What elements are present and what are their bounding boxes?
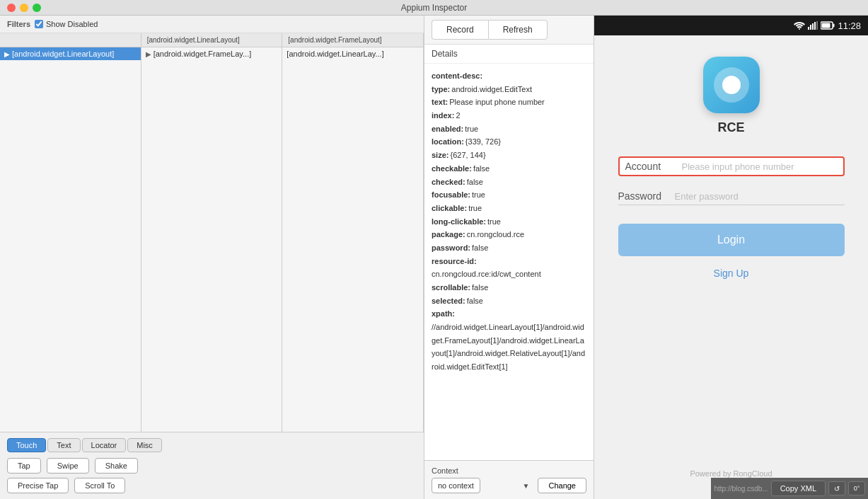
scroll-to-button[interactable]: Scroll To bbox=[74, 478, 125, 493]
svg-rect-2 bbox=[810, 25, 811, 30]
app-title: Appium Inspector bbox=[401, 3, 467, 13]
window-controls bbox=[7, 4, 41, 12]
detail-row-selected: selected: false bbox=[432, 294, 586, 308]
phone-panel: 11:28 RCE Account Please input phone num… bbox=[594, 16, 868, 499]
status-time: 11:28 bbox=[838, 21, 861, 31]
filters-label: Filters bbox=[7, 20, 30, 28]
show-disabled-checkbox[interactable] bbox=[35, 20, 43, 28]
tree-content: ▶ [android.widget.LinearLayout] ▶ [andro… bbox=[0, 47, 424, 432]
shake-button[interactable]: Shake bbox=[95, 458, 138, 474]
detail-value: cn.rongcloud.rce bbox=[467, 228, 524, 241]
tree-item[interactable]: [android.widget.LinearLay...] bbox=[282, 47, 423, 60]
action-panel: Touch Text Locator Misc Tap Swipe Shake … bbox=[0, 432, 424, 499]
detail-key: focusable: bbox=[432, 188, 470, 202]
svg-rect-4 bbox=[814, 22, 816, 30]
tap-button[interactable]: Tap bbox=[7, 458, 41, 474]
filters-bar: Filters Show Disabled bbox=[0, 16, 424, 33]
detail-key: type: bbox=[432, 83, 450, 96]
login-button[interactable]: Login bbox=[618, 224, 845, 256]
detail-row-package: package: cn.rongcloud.rce bbox=[432, 228, 586, 241]
action-buttons-row1: Tap Swipe Shake bbox=[7, 458, 417, 474]
detail-row-password: password: false bbox=[432, 241, 586, 255]
show-disabled-label: Show Disabled bbox=[46, 20, 98, 28]
detail-key: package: bbox=[432, 228, 465, 241]
copy-xml-button[interactable]: Copy XML bbox=[771, 481, 826, 496]
detail-value: true bbox=[487, 215, 501, 229]
tree-column-2: ▶ [android.widget.FrameLay...] bbox=[141, 47, 283, 432]
detail-key: enabled: bbox=[432, 122, 463, 136]
svg-rect-1 bbox=[808, 27, 809, 30]
show-disabled-wrapper: Show Disabled bbox=[35, 20, 98, 28]
detail-row-location: location: {339, 726} bbox=[432, 135, 586, 149]
tab-misc[interactable]: Misc bbox=[127, 438, 162, 452]
record-button[interactable]: Record bbox=[432, 20, 488, 40]
detail-value: Please input phone number bbox=[449, 96, 545, 109]
detail-key: location: bbox=[432, 135, 464, 149]
detail-value: //android.widget.LinearLayout[1]/android… bbox=[432, 321, 586, 374]
minimize-button[interactable] bbox=[20, 4, 28, 12]
swipe-button[interactable]: Swipe bbox=[47, 458, 89, 474]
detail-value: false bbox=[472, 281, 488, 294]
detail-key: text: bbox=[432, 96, 448, 109]
password-label: Password bbox=[618, 190, 675, 202]
details-header: Details bbox=[424, 45, 594, 64]
app-icon-inner bbox=[714, 67, 749, 103]
detail-value: false bbox=[473, 162, 490, 176]
detail-key: long-clickable: bbox=[432, 215, 486, 229]
detail-value: {627, 144} bbox=[450, 149, 485, 162]
detail-key: size: bbox=[432, 149, 449, 162]
detail-row-focusable: focusable: true bbox=[432, 188, 586, 202]
status-icons: 11:28 bbox=[794, 21, 861, 31]
detail-key: content-desc: bbox=[432, 69, 482, 83]
context-select[interactable]: no context bbox=[432, 478, 480, 493]
tree-column-1: ▶ [android.widget.LinearLayout] bbox=[0, 47, 141, 432]
phone-statusbar: 11:28 bbox=[594, 16, 868, 35]
screenshot-icon-button[interactable]: 0° bbox=[848, 481, 865, 495]
tree-col-header-2: [android.widget.FrameLayout] bbox=[282, 33, 424, 47]
maximize-button[interactable] bbox=[33, 4, 41, 12]
tree-column-3: [android.widget.LinearLay...] bbox=[282, 47, 424, 432]
refresh-icon-button[interactable]: ↺ bbox=[828, 481, 845, 495]
app-icon-dot bbox=[722, 76, 741, 94]
detail-row-xpath: xpath: //android.widget.LinearLayout[1]/… bbox=[432, 307, 586, 373]
signup-link[interactable]: Sign Up bbox=[618, 268, 845, 279]
password-input-placeholder: Enter password bbox=[675, 191, 845, 202]
account-field: Account Please input phone number bbox=[618, 156, 845, 176]
tree-item-arrow: ▶ bbox=[146, 50, 151, 58]
detail-row-checkable: checkable: false bbox=[432, 162, 586, 176]
tab-text[interactable]: Text bbox=[47, 438, 80, 452]
detail-key: selected: bbox=[432, 294, 465, 308]
tree-item[interactable]: ▶ [android.widget.LinearLayout] bbox=[0, 47, 141, 60]
phone-screen: RCE Account Please input phone number Pa… bbox=[594, 35, 868, 499]
detail-value: android.widget.EditText bbox=[451, 83, 532, 96]
app-icon bbox=[703, 57, 760, 113]
tree-item-label: [android.widget.LinearLayout] bbox=[12, 50, 114, 58]
svg-rect-3 bbox=[812, 23, 814, 30]
tree-col-header-1: [android.widget.LinearLayout] bbox=[141, 33, 283, 47]
select-arrow-icon: ▼ bbox=[523, 482, 530, 490]
detail-value: false bbox=[467, 176, 483, 189]
detail-row-size: size: {627, 144} bbox=[432, 149, 586, 162]
details-content: content-desc: type: android.widget.EditT… bbox=[424, 64, 594, 460]
middle-header: Record Refresh bbox=[424, 16, 594, 45]
account-label: Account bbox=[625, 161, 682, 172]
detail-key: checked: bbox=[432, 176, 465, 189]
detail-row-long-clickable: long-clickable: true bbox=[432, 215, 586, 229]
refresh-button[interactable]: Refresh bbox=[488, 20, 548, 40]
detail-value: true bbox=[472, 188, 485, 202]
change-button[interactable]: Change bbox=[538, 478, 586, 493]
precise-tap-button[interactable]: Precise Tap bbox=[7, 478, 69, 493]
detail-value: true bbox=[468, 202, 482, 215]
detail-value: cn.rongcloud.rce:id/cwt_content bbox=[432, 268, 541, 281]
detail-row-resource-id: resource-id: cn.rongcloud.rce:id/cwt_con… bbox=[432, 255, 586, 281]
context-row: no context ▼ Change bbox=[432, 478, 586, 493]
tab-locator[interactable]: Locator bbox=[82, 438, 127, 452]
phone-input-placeholder: Please input phone number bbox=[682, 161, 838, 172]
titlebar: Appium Inspector bbox=[0, 0, 868, 16]
detail-key: password: bbox=[432, 241, 470, 255]
detail-row-index: index: 2 bbox=[432, 109, 586, 122]
close-button[interactable] bbox=[7, 4, 16, 12]
detail-key: index: bbox=[432, 109, 454, 122]
tree-item[interactable]: ▶ [android.widget.FrameLay...] bbox=[141, 47, 282, 60]
tab-touch[interactable]: Touch bbox=[7, 438, 46, 452]
